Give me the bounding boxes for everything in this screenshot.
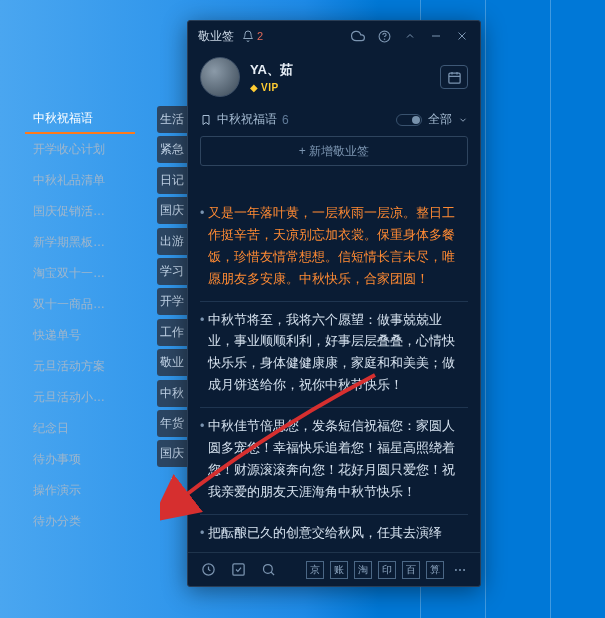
avatar[interactable] (200, 57, 240, 97)
tag-chip[interactable]: 中秋 (157, 380, 187, 407)
tag-chip[interactable]: 国庆 (157, 440, 187, 467)
app-title: 敬业签 (198, 28, 234, 45)
clock-icon[interactable] (198, 560, 218, 580)
notification-indicator[interactable]: 2 (242, 30, 263, 42)
note-item[interactable]: •把酝酿已久的创意交给秋风，任其去演绎 (200, 515, 468, 553)
svg-point-11 (263, 565, 272, 574)
shortcut-square[interactable]: 百 (402, 561, 420, 579)
tag-chip[interactable]: 学习 (157, 258, 187, 285)
svg-rect-5 (448, 73, 459, 83)
svg-rect-10 (232, 564, 243, 575)
user-name: YA、茹 (250, 61, 440, 79)
desktop-gridline (485, 0, 486, 618)
calendar-button[interactable] (440, 65, 468, 89)
list-header: 中秋祝福语 6 全部 (188, 107, 480, 136)
bullet-icon: • (200, 203, 204, 291)
category-item[interactable]: 中秋祝福语 (25, 103, 135, 134)
list-count: 6 (282, 113, 289, 127)
category-item[interactable]: 淘宝双十一… (25, 258, 135, 289)
category-item[interactable]: 元旦活动方案 (25, 351, 135, 382)
more-icon[interactable] (450, 560, 470, 580)
category-item[interactable]: 开学收心计划 (25, 134, 135, 165)
category-item[interactable]: 待办分类 (25, 506, 135, 537)
tag-chip[interactable]: 国庆 (157, 197, 187, 224)
svg-point-13 (455, 568, 457, 570)
tag-chip[interactable]: 工作 (157, 319, 187, 346)
svg-line-12 (271, 572, 274, 575)
search-icon[interactable] (258, 560, 278, 580)
note-text: 又是一年落叶黄，一层秋雨一层凉。整日工作挺辛苦，天凉别忘加衣裳。保重身体多餐饭，… (208, 203, 468, 291)
cloud-icon[interactable] (350, 28, 366, 44)
category-item[interactable]: 快递单号 (25, 320, 135, 351)
svg-point-14 (459, 568, 461, 570)
category-item[interactable]: 中秋礼品清单 (25, 165, 135, 196)
bottom-bar: 京账淘印百算 (188, 552, 480, 586)
note-text: 中秋节将至，我将六个愿望：做事兢兢业业，事业顺顺利利，好事层层叠叠，心情快快乐乐… (208, 310, 468, 398)
app-window: 敬业签 2 YA、茹 ◆ VIP 中秋祝福语 6 (187, 20, 481, 587)
toggle-switch[interactable] (396, 114, 422, 126)
tag-more[interactable]: ⋮ (157, 471, 187, 498)
category-item[interactable]: 操作演示 (25, 475, 135, 506)
note-item[interactable]: •又是一年落叶黄，一层秋雨一层凉。整日工作挺辛苦，天凉别忘加衣裳。保重身体多餐饭… (200, 195, 468, 302)
profile-row: YA、茹 ◆ VIP (188, 51, 480, 107)
category-item[interactable]: 双十一商品… (25, 289, 135, 320)
tag-chip[interactable]: 年货 (157, 410, 187, 437)
collapse-icon[interactable] (402, 28, 418, 44)
notif-count: 2 (257, 30, 263, 42)
note-text: 把酝酿已久的创意交给秋风，任其去演绎 (208, 523, 442, 545)
category-item[interactable]: 元旦活动小… (25, 382, 135, 413)
tag-chip[interactable]: 日记 (157, 167, 187, 194)
minimize-icon[interactable] (428, 28, 444, 44)
shortcut-square[interactable]: 算 (426, 561, 444, 579)
check-icon[interactable] (228, 560, 248, 580)
desktop-gridline (550, 0, 551, 618)
list-title: 中秋祝福语 (217, 111, 277, 128)
titlebar[interactable]: 敬业签 2 (188, 21, 480, 51)
category-item[interactable]: 新学期黑板… (25, 227, 135, 258)
tag-chip[interactable]: 紧急 (157, 136, 187, 163)
category-item[interactable]: 纪念日 (25, 413, 135, 444)
tag-chip[interactable]: 生活 (157, 106, 187, 133)
category-item[interactable]: 待办事项 (25, 444, 135, 475)
shortcut-square[interactable]: 京 (306, 561, 324, 579)
shortcut-square[interactable]: 账 (330, 561, 348, 579)
svg-point-1 (384, 38, 385, 39)
note-item[interactable]: •中秋节将至，我将六个愿望：做事兢兢业业，事业顺顺利利，好事层层叠叠，心情快快乐… (200, 302, 468, 409)
tag-column: 生活紧急日记国庆出游学习开学工作敬业中秋年货国庆⋮+ (157, 106, 187, 525)
close-icon[interactable] (454, 28, 470, 44)
diamond-icon: ◆ (250, 82, 258, 93)
shortcut-square[interactable]: 淘 (354, 561, 372, 579)
svg-point-15 (463, 568, 465, 570)
tag-chip[interactable]: 出游 (157, 228, 187, 255)
tag-chip[interactable]: 敬业 (157, 349, 187, 376)
shortcut-square[interactable]: 印 (378, 561, 396, 579)
notes-list: •又是一年落叶黄，一层秋雨一层凉。整日工作挺辛苦，天凉别忘加衣裳。保重身体多餐饭… (188, 195, 480, 552)
chevron-down-icon[interactable] (458, 115, 468, 125)
category-panel: 中秋祝福语开学收心计划中秋礼品清单国庆促销活…新学期黑板…淘宝双十一…双十一商品… (25, 103, 135, 537)
vip-badge: ◆ VIP (250, 82, 440, 93)
bullet-icon: • (200, 523, 204, 545)
note-item[interactable]: •中秋佳节倍思您，发条短信祝福您：家圆人圆多宠您！幸福快乐追着您！福星高照绕着您… (200, 408, 468, 515)
filter-label[interactable]: 全部 (428, 111, 452, 128)
help-icon[interactable] (376, 28, 392, 44)
tag-chip[interactable]: 开学 (157, 288, 187, 315)
tag-add[interactable]: + (157, 498, 187, 525)
bookmark-icon (200, 114, 212, 126)
bullet-icon: • (200, 310, 204, 398)
add-note-bar[interactable]: + 新增敬业签 (200, 136, 468, 166)
note-text: 中秋佳节倍思您，发条短信祝福您：家圆人圆多宠您！幸福快乐追着您！福星高照绕着您！… (208, 416, 468, 504)
category-item[interactable]: 国庆促销活… (25, 196, 135, 227)
bullet-icon: • (200, 416, 204, 504)
